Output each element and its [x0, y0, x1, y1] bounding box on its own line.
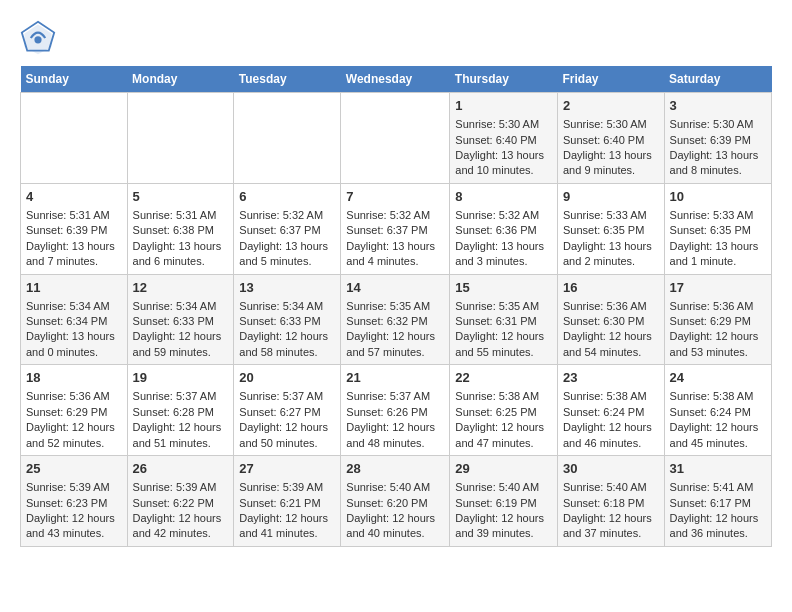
cell-content: Sunrise: 5:37 AM — [239, 389, 335, 404]
cell-content: Sunrise: 5:36 AM — [563, 299, 659, 314]
calendar-cell — [127, 93, 234, 184]
calendar-table: SundayMondayTuesdayWednesdayThursdayFrid… — [20, 66, 772, 547]
day-number: 27 — [239, 460, 335, 478]
cell-content: Daylight: 12 hours — [670, 511, 766, 526]
cell-content: Daylight: 12 hours — [239, 420, 335, 435]
cell-content: Sunrise: 5:32 AM — [346, 208, 444, 223]
cell-content: Sunset: 6:17 PM — [670, 496, 766, 511]
cell-content: and 10 minutes. — [455, 163, 552, 178]
cell-content: and 40 minutes. — [346, 526, 444, 541]
day-number: 15 — [455, 279, 552, 297]
cell-content: Sunrise: 5:37 AM — [133, 389, 229, 404]
calendar-cell: 21Sunrise: 5:37 AMSunset: 6:26 PMDayligh… — [341, 365, 450, 456]
header-cell-monday: Monday — [127, 66, 234, 93]
cell-content: Sunset: 6:34 PM — [26, 314, 122, 329]
cell-content: Sunrise: 5:30 AM — [670, 117, 766, 132]
header-cell-friday: Friday — [558, 66, 665, 93]
day-number: 17 — [670, 279, 766, 297]
cell-content: Sunset: 6:25 PM — [455, 405, 552, 420]
cell-content: and 57 minutes. — [346, 345, 444, 360]
cell-content: Daylight: 12 hours — [455, 420, 552, 435]
cell-content: Sunset: 6:38 PM — [133, 223, 229, 238]
cell-content: Sunset: 6:27 PM — [239, 405, 335, 420]
calendar-cell: 23Sunrise: 5:38 AMSunset: 6:24 PMDayligh… — [558, 365, 665, 456]
cell-content: Sunrise: 5:30 AM — [563, 117, 659, 132]
day-number: 13 — [239, 279, 335, 297]
day-number: 29 — [455, 460, 552, 478]
cell-content: and 36 minutes. — [670, 526, 766, 541]
cell-content: and 55 minutes. — [455, 345, 552, 360]
cell-content: Sunset: 6:37 PM — [239, 223, 335, 238]
day-number: 20 — [239, 369, 335, 387]
cell-content: Daylight: 12 hours — [239, 511, 335, 526]
day-number: 12 — [133, 279, 229, 297]
cell-content: Daylight: 12 hours — [133, 511, 229, 526]
cell-content: Sunrise: 5:32 AM — [455, 208, 552, 223]
cell-content: Daylight: 12 hours — [346, 420, 444, 435]
day-number: 28 — [346, 460, 444, 478]
cell-content: Sunset: 6:32 PM — [346, 314, 444, 329]
cell-content: and 47 minutes. — [455, 436, 552, 451]
cell-content: Daylight: 12 hours — [346, 511, 444, 526]
day-number: 16 — [563, 279, 659, 297]
calendar-cell: 10Sunrise: 5:33 AMSunset: 6:35 PMDayligh… — [664, 183, 771, 274]
cell-content: Sunrise: 5:40 AM — [563, 480, 659, 495]
calendar-cell: 31Sunrise: 5:41 AMSunset: 6:17 PMDayligh… — [664, 456, 771, 547]
cell-content: Sunset: 6:40 PM — [455, 133, 552, 148]
cell-content: and 51 minutes. — [133, 436, 229, 451]
header-cell-tuesday: Tuesday — [234, 66, 341, 93]
cell-content: Daylight: 12 hours — [455, 511, 552, 526]
week-row-3: 11Sunrise: 5:34 AMSunset: 6:34 PMDayligh… — [21, 274, 772, 365]
calendar-cell: 6Sunrise: 5:32 AMSunset: 6:37 PMDaylight… — [234, 183, 341, 274]
calendar-cell: 14Sunrise: 5:35 AMSunset: 6:32 PMDayligh… — [341, 274, 450, 365]
cell-content: Sunset: 6:35 PM — [563, 223, 659, 238]
cell-content: Sunrise: 5:32 AM — [239, 208, 335, 223]
week-row-4: 18Sunrise: 5:36 AMSunset: 6:29 PMDayligh… — [21, 365, 772, 456]
cell-content: Sunrise: 5:38 AM — [455, 389, 552, 404]
cell-content: Sunset: 6:29 PM — [26, 405, 122, 420]
cell-content: Sunrise: 5:39 AM — [26, 480, 122, 495]
cell-content: Sunset: 6:19 PM — [455, 496, 552, 511]
cell-content: and 48 minutes. — [346, 436, 444, 451]
cell-content: and 58 minutes. — [239, 345, 335, 360]
calendar-cell: 2Sunrise: 5:30 AMSunset: 6:40 PMDaylight… — [558, 93, 665, 184]
cell-content: Daylight: 13 hours — [670, 148, 766, 163]
day-number: 21 — [346, 369, 444, 387]
cell-content: Sunset: 6:21 PM — [239, 496, 335, 511]
cell-content: Sunrise: 5:34 AM — [26, 299, 122, 314]
cell-content: and 8 minutes. — [670, 163, 766, 178]
cell-content: and 7 minutes. — [26, 254, 122, 269]
day-number: 1 — [455, 97, 552, 115]
day-number: 8 — [455, 188, 552, 206]
cell-content: Sunset: 6:30 PM — [563, 314, 659, 329]
day-number: 25 — [26, 460, 122, 478]
cell-content: Daylight: 12 hours — [239, 329, 335, 344]
day-number: 31 — [670, 460, 766, 478]
cell-content: Daylight: 12 hours — [133, 329, 229, 344]
calendar-cell: 20Sunrise: 5:37 AMSunset: 6:27 PMDayligh… — [234, 365, 341, 456]
cell-content: Sunrise: 5:35 AM — [346, 299, 444, 314]
cell-content: Sunrise: 5:40 AM — [346, 480, 444, 495]
cell-content: Daylight: 12 hours — [563, 420, 659, 435]
calendar-cell: 26Sunrise: 5:39 AMSunset: 6:22 PMDayligh… — [127, 456, 234, 547]
cell-content: Daylight: 12 hours — [133, 420, 229, 435]
cell-content: and 43 minutes. — [26, 526, 122, 541]
cell-content: and 1 minute. — [670, 254, 766, 269]
cell-content: and 46 minutes. — [563, 436, 659, 451]
header-cell-wednesday: Wednesday — [341, 66, 450, 93]
calendar-cell: 28Sunrise: 5:40 AMSunset: 6:20 PMDayligh… — [341, 456, 450, 547]
page-header — [20, 20, 772, 56]
cell-content: Sunset: 6:24 PM — [563, 405, 659, 420]
header-row: SundayMondayTuesdayWednesdayThursdayFrid… — [21, 66, 772, 93]
cell-content: Sunrise: 5:34 AM — [133, 299, 229, 314]
cell-content: and 0 minutes. — [26, 345, 122, 360]
cell-content: and 4 minutes. — [346, 254, 444, 269]
calendar-cell: 3Sunrise: 5:30 AMSunset: 6:39 PMDaylight… — [664, 93, 771, 184]
calendar-cell: 4Sunrise: 5:31 AMSunset: 6:39 PMDaylight… — [21, 183, 128, 274]
cell-content: Sunrise: 5:35 AM — [455, 299, 552, 314]
cell-content: Sunset: 6:20 PM — [346, 496, 444, 511]
cell-content: Daylight: 12 hours — [26, 420, 122, 435]
header-cell-sunday: Sunday — [21, 66, 128, 93]
cell-content: and 37 minutes. — [563, 526, 659, 541]
week-row-5: 25Sunrise: 5:39 AMSunset: 6:23 PMDayligh… — [21, 456, 772, 547]
